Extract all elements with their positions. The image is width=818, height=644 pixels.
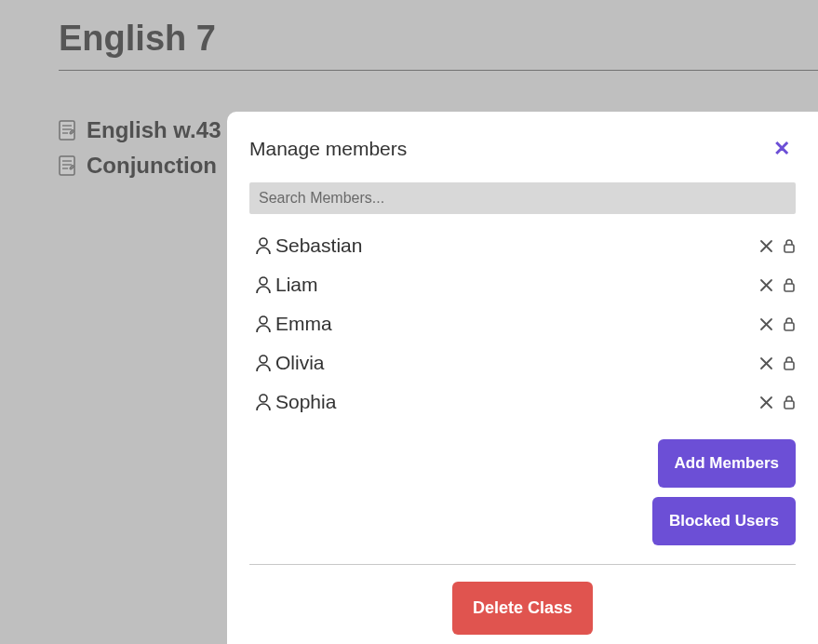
user-icon: [255, 393, 272, 411]
user-icon: [255, 236, 272, 255]
member-row: Liam: [255, 274, 796, 296]
remove-member-button[interactable]: [759, 278, 773, 292]
lock-member-button[interactable]: [783, 316, 796, 331]
member-name: Sophia: [275, 391, 336, 413]
add-members-button[interactable]: Add Members: [658, 439, 796, 488]
remove-member-button[interactable]: [759, 239, 773, 253]
member-row: Sophia: [255, 391, 796, 413]
close-button[interactable]: ✕: [768, 139, 796, 159]
lock-member-button[interactable]: [783, 277, 796, 292]
modal-divider: [249, 564, 796, 565]
svg-rect-27: [784, 401, 794, 409]
svg-rect-11: [784, 245, 794, 252]
member-name: Emma: [275, 313, 332, 335]
member-row: Sebastian: [255, 235, 796, 257]
close-icon: ✕: [773, 137, 790, 160]
member-name: Olivia: [275, 352, 325, 374]
blocked-users-button[interactable]: Blocked Users: [652, 497, 796, 545]
svg-rect-15: [784, 284, 794, 291]
svg-point-8: [260, 238, 267, 246]
user-icon: [255, 315, 272, 333]
svg-point-24: [260, 395, 267, 402]
remove-member-button[interactable]: [759, 356, 773, 370]
member-name: Liam: [275, 274, 318, 296]
manage-members-modal: Manage members ✕ Sebastian: [227, 112, 818, 644]
svg-point-12: [260, 277, 267, 285]
remove-member-button[interactable]: [759, 317, 773, 331]
member-row: Emma: [255, 313, 796, 335]
svg-point-20: [260, 356, 267, 363]
delete-class-button[interactable]: Delete Class: [452, 582, 593, 635]
remove-member-button[interactable]: [759, 396, 773, 409]
member-row: Olivia: [255, 352, 796, 374]
member-list: Sebastian: [249, 235, 796, 413]
svg-point-16: [260, 316, 267, 324]
svg-rect-23: [784, 362, 794, 369]
search-members-input[interactable]: [249, 182, 796, 214]
user-icon: [255, 275, 272, 294]
lock-member-button[interactable]: [783, 238, 796, 253]
svg-rect-19: [784, 323, 794, 330]
lock-member-button[interactable]: [783, 356, 796, 370]
member-name: Sebastian: [275, 235, 362, 257]
lock-member-button[interactable]: [783, 395, 796, 409]
user-icon: [255, 354, 272, 372]
modal-title: Manage members: [249, 138, 407, 160]
